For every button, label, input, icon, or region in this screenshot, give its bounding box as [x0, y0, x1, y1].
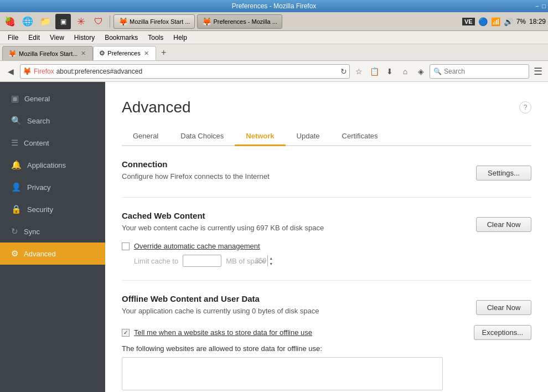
content-area: Advanced ? General Data Choices Network … [105, 82, 548, 392]
sidebar-item-security[interactable]: 🔒 Security [0, 198, 105, 220]
tab-network[interactable]: Network [235, 127, 285, 146]
asterisk-icon[interactable]: ✳ [73, 14, 89, 29]
override-cache-row: Override automatic cache management [122, 242, 531, 250]
firefox-tab-2[interactable]: 🦊 Preferences - Mozilla ... [197, 14, 282, 29]
tab-data-choices[interactable]: Data Choices [169, 127, 235, 146]
maximize-button[interactable]: □ [542, 3, 546, 9]
offline-info: Offline Web Content and User Data Your a… [122, 294, 319, 321]
offline-clear-button[interactable]: Clear Now [476, 300, 531, 315]
page-header: Advanced ? [122, 99, 531, 116]
antivirus-icon[interactable]: 🛡 [91, 14, 106, 29]
firefox-url-icon: 🦊 [23, 67, 32, 75]
ve-icon: VE [462, 18, 475, 25]
bookmark-star-button[interactable]: ☆ [352, 65, 365, 78]
spinbox-down[interactable]: ▼ [268, 261, 274, 266]
sidebar-label-sync: Sync [24, 228, 40, 236]
offline-allowed-list [122, 357, 443, 390]
connection-title: Connection [122, 159, 270, 169]
search-input[interactable] [444, 68, 521, 75]
tab2-label: Preferences [107, 50, 140, 56]
raspberry-icon[interactable]: 🍓 [2, 14, 18, 29]
cached-clear-button[interactable]: Clear Now [476, 217, 531, 232]
refresh-button[interactable]: ↻ [340, 67, 347, 76]
cached-title: Cached Web Content [122, 211, 324, 220]
system-tray: VE 🔵 📶 🔊 7% 18:29 [462, 17, 546, 26]
volume-icon: 🔊 [504, 17, 513, 26]
connection-info: Connection Configure how Firefox connect… [122, 159, 270, 186]
tab1-favicon: 🦊 [8, 50, 17, 58]
menu-bookmarks[interactable]: Bookmarks [100, 33, 142, 43]
sidebar-label-advanced: Advanced [24, 250, 56, 258]
sidebar-item-content[interactable]: ☰ Content [0, 132, 105, 154]
tab-general[interactable]: General [122, 127, 169, 146]
tab1-label: Mozilla Firefox Start... [19, 50, 77, 57]
offline-title: Offline Web Content and User Data [122, 294, 319, 303]
menu-tools[interactable]: Tools [143, 33, 168, 43]
tab2-close-button[interactable]: ✕ [143, 50, 150, 57]
search-nav-icon: 🔍 [11, 116, 22, 126]
page-title-text: Advanced [122, 99, 191, 116]
firefox-flame-icon: 🦊 [118, 17, 128, 26]
help-button[interactable]: ? [519, 101, 531, 114]
folder-icon[interactable]: 📁 [38, 14, 53, 29]
connection-row: Connection Configure how Firefox connect… [122, 159, 531, 186]
sidebar-item-advanced[interactable]: ⚙ Advanced [0, 243, 105, 265]
exceptions-button[interactable]: Exceptions... [474, 325, 531, 340]
terminal-icon[interactable]: ▣ [55, 14, 71, 29]
connection-desc: Configure how Firefox connects to the In… [122, 172, 270, 180]
url-input[interactable] [56, 68, 338, 75]
sidebar-label-privacy: Privacy [27, 183, 51, 192]
offline-section: Offline Web Content and User Data Your a… [122, 294, 531, 392]
cache-limit-spinbox[interactable]: ▲ ▼ [183, 255, 221, 267]
tab1-label: Mozilla Firefox Start ... [130, 18, 190, 25]
tab1-close-button[interactable]: ✕ [80, 50, 87, 57]
back-button[interactable]: ◀ [3, 64, 18, 79]
tab2-label: Preferences - Mozilla ... [213, 18, 277, 25]
browser-tab-1[interactable]: 🦊 Mozilla Firefox Start... ✕ [2, 46, 93, 60]
browser-tab-2[interactable]: ⚙ Preferences ✕ [93, 46, 156, 60]
sidebar-item-privacy[interactable]: 👤 Privacy [0, 176, 105, 198]
new-tab-button[interactable]: + [157, 47, 170, 59]
sidebar-label-security: Security [27, 205, 53, 214]
advanced-icon: ⚙ [11, 249, 18, 259]
pocket-button[interactable]: ◈ [414, 65, 427, 78]
home-button[interactable]: ⌂ [399, 65, 412, 78]
sidebar-item-general[interactable]: ▣ General [0, 87, 105, 110]
menu-file[interactable]: File [3, 33, 23, 43]
menu-history[interactable]: History [70, 33, 99, 43]
offline-notify-checkbox[interactable]: ✓ [122, 329, 130, 337]
override-cache-label[interactable]: Override automatic cache management [134, 242, 260, 250]
cached-desc: Your web content cache is currently usin… [122, 224, 324, 232]
menu-edit[interactable]: Edit [24, 33, 44, 43]
bluetooth-icon: 🔵 [478, 17, 488, 26]
reading-list-button[interactable]: 📋 [368, 65, 381, 78]
menu-help[interactable]: Help [169, 33, 192, 43]
separator [110, 16, 110, 28]
minimize-button[interactable]: − [535, 3, 539, 9]
offline-notify-row: ✓ Tell me when a website asks to store d… [122, 325, 531, 340]
url-bar[interactable]: 🦊 Firefox ↻ [20, 64, 350, 79]
offline-list-label: The following websites are allowed to st… [122, 344, 531, 353]
tab-update[interactable]: Update [286, 127, 331, 146]
wifi-icon: 📶 [491, 17, 500, 26]
firefox-tab-1[interactable]: 🦊 Mozilla Firefox Start ... [113, 14, 195, 29]
tab-certificates[interactable]: Certificates [331, 127, 389, 146]
override-cache-checkbox[interactable] [122, 243, 130, 250]
address-bar: ◀ 🦊 Firefox ↻ ☆ 📋 ⬇ ⌂ ◈ 🔍 ☰ [0, 61, 548, 82]
title-bar: Preferences - Mozilla Firefox − □ [0, 0, 548, 12]
sidebar-item-sync[interactable]: ↻ Sync [0, 220, 105, 243]
sidebar-item-search[interactable]: 🔍 Search [0, 110, 105, 132]
menu-view[interactable]: View [45, 33, 69, 43]
sidebar-label-content: Content [24, 139, 49, 147]
firefox-flame-icon2: 🦊 [202, 17, 211, 26]
download-button[interactable]: ⬇ [383, 65, 396, 78]
menu-button[interactable]: ☰ [531, 65, 545, 78]
connection-settings-button[interactable]: Settings... [476, 166, 531, 180]
sidebar-item-applications[interactable]: 🔔 Applications [0, 154, 105, 176]
spinbox-up[interactable]: ▲ [268, 255, 274, 261]
search-bar[interactable]: 🔍 [430, 64, 529, 79]
cached-section: Cached Web Content Your web content cach… [122, 211, 531, 281]
spinbox-arrows: ▲ ▼ [267, 255, 274, 266]
globe-icon[interactable]: 🌐 [20, 14, 35, 29]
offline-notify-label[interactable]: Tell me when a website asks to store dat… [134, 328, 312, 337]
